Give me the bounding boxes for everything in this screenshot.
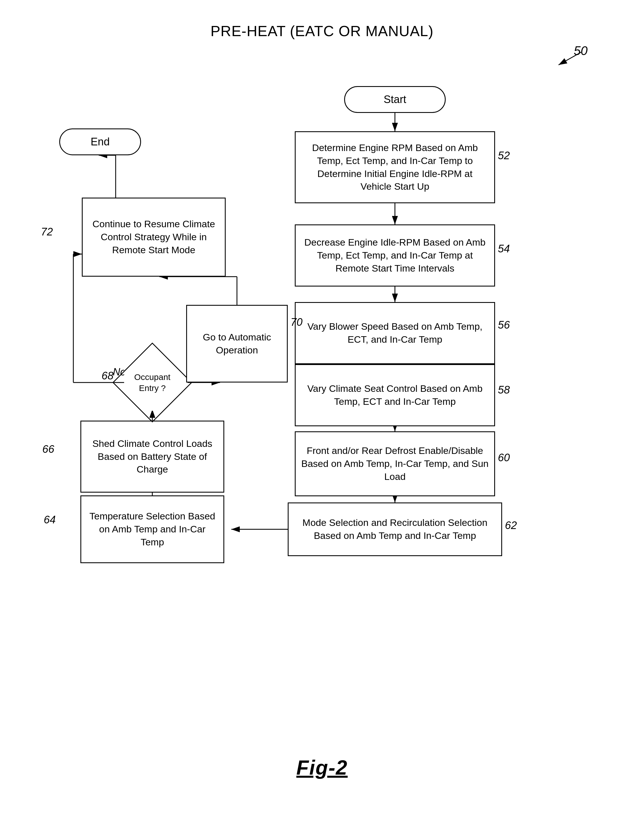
fig-label: Fig-2 (297, 756, 348, 779)
box52-label: Determine Engine RPM Based on Amb Temp, … (301, 141, 489, 193)
box72-label: Continue to Resume Climate Control Strat… (88, 218, 220, 256)
box56-label: Vary Blower Speed Based on Amb Temp, ECT… (301, 320, 489, 346)
ref-60: 60 (498, 452, 510, 464)
ref-68: 68 (101, 370, 113, 382)
ref-62: 62 (505, 519, 517, 532)
ref-64: 64 (44, 514, 55, 526)
start-node: Start (344, 86, 446, 113)
box-72: Continue to Resume Climate Control Strat… (82, 198, 226, 277)
box-62: Mode Selection and Recirculation Selecti… (288, 503, 502, 556)
ref-54: 54 (498, 243, 510, 255)
box-70: Go to Automatic Operation (186, 305, 288, 382)
box58-label: Vary Climate Seat Control Based on Amb T… (301, 382, 489, 408)
start-label: Start (384, 94, 406, 106)
box-54: Decrease Engine Idle-RPM Based on Amb Te… (295, 224, 495, 287)
diamond-68: Occupant Entry ? (124, 354, 181, 411)
box54-label: Decrease Engine Idle-RPM Based on Amb Te… (301, 236, 489, 275)
ref-58: 58 (498, 384, 510, 396)
ref-56: 56 (498, 319, 510, 331)
box-52: Determine Engine RPM Based on Amb Temp, … (295, 131, 495, 203)
end-node: End (59, 129, 141, 155)
box64-label: Temperature Selection Based on Amb Temp … (86, 510, 218, 549)
svg-line-19 (558, 52, 581, 65)
box-66: Shed Climate Control Loads Based on Batt… (80, 420, 224, 492)
ref-52: 52 (498, 150, 510, 162)
ref-72: 72 (41, 226, 53, 238)
diamond68-label: Occupant Entry ? (134, 372, 170, 393)
box-58: Vary Climate Seat Control Based on Amb T… (295, 364, 495, 426)
box-60: Front and/or Rear Defrost Enable/Disable… (295, 431, 495, 496)
box-56: Vary Blower Speed Based on Amb Temp, ECT… (295, 302, 495, 364)
ref-70: 70 (291, 316, 302, 328)
box66-label: Shed Climate Control Loads Based on Batt… (86, 437, 218, 476)
box60-label: Front and/or Rear Defrost Enable/Disable… (301, 444, 489, 483)
ref-66: 66 (42, 443, 54, 456)
box-64: Temperature Selection Based on Amb Temp … (80, 495, 224, 563)
box70-label: Go to Automatic Operation (192, 331, 282, 357)
box62-label: Mode Selection and Recirculation Selecti… (294, 516, 496, 542)
end-label: End (90, 136, 110, 148)
